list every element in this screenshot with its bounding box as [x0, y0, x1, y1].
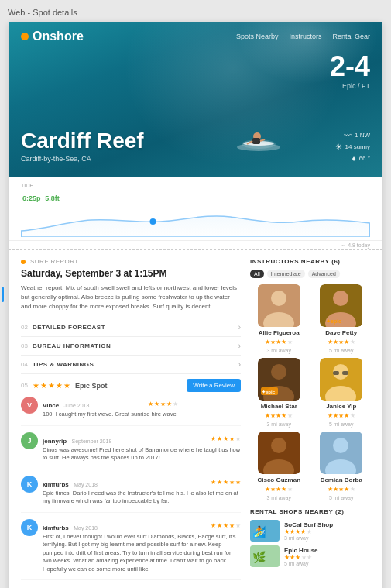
review-item-3: K kimfurbs May 2018 ★ ★ ★ ★ — [21, 476, 241, 513]
reviewer-avatar-2: J — [21, 432, 38, 449]
filter-intermediate[interactable]: Intermediate — [267, 270, 305, 278]
review-stars-4: ★ ★ ★ ★ ★ — [211, 522, 241, 529]
review-item-4: K kimfurbs May 2018 ★ ★ ★ ★ — [21, 519, 241, 581]
instructor-detail-3: 3 mi away — [266, 421, 291, 427]
accordion-item-2[interactable]: 03 Bureau Information › — [21, 336, 241, 355]
accordion-title-1: Detailed Forecast — [33, 324, 105, 331]
rental-shops-title: Rental Shops Nearby (2) — [250, 508, 370, 515]
shop-photo-2: 🌿 — [250, 545, 280, 567]
instructor-name-3: Michael Star — [261, 403, 297, 410]
hero-content: Cardiff Reef Cardiff-by-the-Sea, CA — [21, 129, 144, 163]
reviewer-name-3: kimfurbs — [43, 481, 69, 488]
reviews-badge-num: 05 — [21, 382, 28, 389]
accordion-item-3[interactable]: 04 Tips & Warnings › — [21, 355, 241, 373]
svg-rect-4 — [252, 138, 260, 144]
left-column: Surf Report Saturday, September 3 at 1:1… — [21, 258, 241, 586]
spot-name: Cardiff Reef — [21, 129, 144, 153]
instructor-detail-4: 5 mi away — [329, 421, 354, 427]
star-4: ★ — [56, 381, 63, 390]
instructor-card-6[interactable]: Demian Borba ★★★★★ 5 mi away — [313, 432, 371, 500]
logo-circle — [21, 33, 29, 40]
svg-text:🌿: 🌿 — [252, 551, 266, 564]
review-stars-1: ★ ★ ★ ★ ★ — [148, 401, 178, 407]
reviewer-date-2: September 2018 — [70, 438, 112, 444]
svg-text:✦epic: ✦epic — [326, 318, 341, 325]
instructor-card-4[interactable]: Janice Yip ★★★★★ 5 mi away — [313, 358, 371, 427]
accordion-num-2: 03 — [21, 342, 28, 349]
hero-nav: Onshore Spots Nearby Instructors Rental … — [9, 29, 382, 43]
hero-rating-block: 2-4 Epic / FT — [330, 53, 370, 90]
instructor-photo-2: ✦epic — [320, 284, 362, 327]
accordion: 02 Detailed Forecast › 03 Bureau Informa… — [21, 318, 241, 373]
instructor-card-2[interactable]: ✦epic Dave Petty ★★★★★ 5 mi away — [313, 284, 371, 353]
hero-stats: 〰 1 NW ☀ 14 sunny ♦ 66 ° — [335, 131, 370, 163]
accordion-arrow-2: › — [238, 342, 241, 350]
review-text-2: Dinos was awesome! Fred here shot of Bar… — [43, 446, 241, 462]
instructor-photo-3: ✦epic — [258, 358, 300, 401]
reviewer-name-4: kimfurbs — [43, 524, 69, 531]
wave-stat: 〰 1 NW — [344, 131, 370, 139]
shop-item-1[interactable]: 🏄 SoCal Surf Shop ★★★★★ 3 mi away — [250, 520, 370, 542]
shop-name-1: SoCal Surf Shop — [284, 521, 333, 528]
svg-point-17 — [271, 364, 286, 380]
accordion-title-2: Bureau Information — [33, 342, 111, 349]
review-item-2: J jennyrip September 2018 ★ ★ ★ ★ — [21, 432, 241, 469]
instructor-grid: Allie Figueroa ★★★★★ 3 mi away — [250, 284, 370, 500]
accordion-num-1: 02 — [21, 324, 28, 331]
svg-point-30 — [333, 438, 348, 453]
surf-report-label: Surf Report — [30, 258, 79, 265]
instructor-card-3[interactable]: ✦epic Michael Star ★★★★★ 3 mi away — [250, 358, 308, 427]
nav-link-instructors[interactable]: Instructors — [289, 33, 321, 40]
nav-link-spots[interactable]: Spots Nearby — [236, 33, 279, 40]
instructor-card-5[interactable]: Cisco Guzman ★★★★★ 3 mi away — [250, 432, 308, 500]
temp-stat-label: 66 ° — [359, 155, 370, 162]
svg-rect-24 — [333, 371, 339, 375]
reviewer-avatar-3: K — [21, 476, 38, 493]
star-2: ★ — [40, 381, 47, 390]
blue-scroll-indicator — [2, 287, 4, 302]
review-text-4: First of, I never thought I would ever s… — [43, 533, 241, 574]
surf-report-badge: Surf Report — [21, 258, 241, 265]
reviewer-avatar-4: K — [21, 519, 38, 536]
nav-link-rental[interactable]: Rental Gear — [332, 33, 370, 40]
instructor-name-6: Demian Borba — [321, 476, 362, 483]
logo[interactable]: Onshore — [21, 29, 84, 43]
shop-detail-1: 3 mi away — [284, 535, 333, 541]
logo-text: Onshore — [33, 29, 84, 43]
time-indicator: ← 4.8 today — [9, 241, 382, 249]
filter-advanced[interactable]: Advanced — [308, 270, 340, 278]
filter-all[interactable]: All — [250, 270, 264, 278]
instructor-filters: All Intermediate Advanced — [250, 270, 370, 278]
tide-chart — [21, 206, 370, 237]
tide-value: 6:25p 5.8ft — [21, 191, 60, 203]
write-review-button[interactable]: Write a Review — [187, 379, 241, 392]
shop-detail-2: 5 mi away — [284, 561, 318, 566]
accordion-arrow-1: › — [238, 323, 241, 332]
svg-text:✦epic: ✦epic — [262, 390, 276, 394]
svg-point-27 — [271, 438, 286, 453]
epic-label: Epic Spot — [75, 382, 108, 390]
instructor-stars-2: ★★★★★ — [328, 339, 355, 346]
instructor-stars-1: ★★★★★ — [265, 339, 293, 346]
instructor-name-4: Janice Yip — [326, 403, 356, 410]
reviews-section: 05 ★ ★ ★ ★ ★ Epic Spot Write a Review — [21, 373, 241, 580]
instructor-card-1[interactable]: Allie Figueroa ★★★★★ 3 mi away — [250, 284, 308, 353]
shop-name-2: Epic House — [284, 547, 318, 554]
instructor-name-5: Cisco Guzman — [257, 476, 300, 483]
shop-item-2[interactable]: 🌿 Epic House ★★★★★ 5 mi away — [250, 545, 370, 567]
hero-section: Onshore Spots Nearby Instructors Rental … — [9, 22, 382, 177]
instructor-detail-5: 3 mi away — [266, 495, 291, 500]
temp-stat: ♦ 66 ° — [352, 154, 370, 163]
review-text-3: Epic times. Dario I need was the Instruc… — [43, 490, 241, 506]
instructor-detail-6: 5 mi away — [329, 495, 354, 500]
wind-stat: ☀ 14 sunny — [335, 143, 370, 151]
reviewer-avatar-1: V — [21, 397, 38, 414]
svg-text:🏄: 🏄 — [252, 525, 266, 538]
temp-icon: ♦ — [352, 154, 356, 163]
review-text-1: 100! I caught my first wave. Great sunri… — [43, 411, 178, 419]
svg-point-13 — [333, 291, 348, 306]
hero-rating-number: 2-4 — [330, 53, 370, 81]
accordion-item-1[interactable]: 02 Detailed Forecast › — [21, 318, 241, 336]
star-3: ★ — [48, 381, 55, 390]
instructor-stars-5: ★★★★★ — [265, 486, 293, 493]
